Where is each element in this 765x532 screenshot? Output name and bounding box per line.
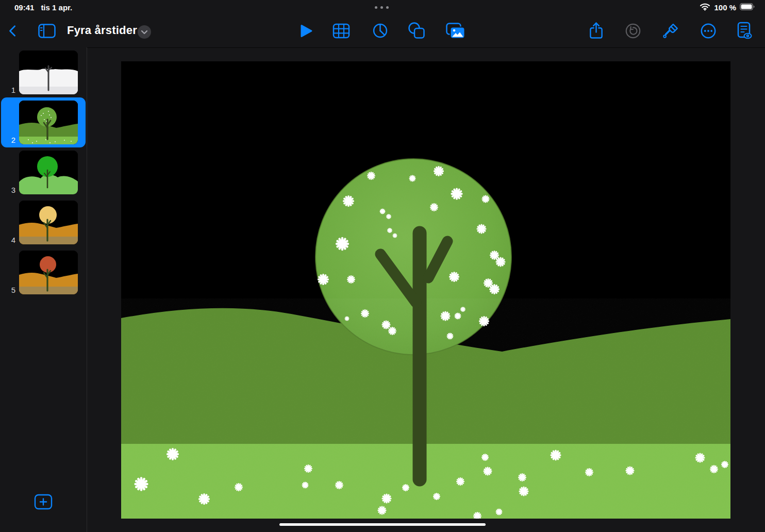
home-indicator[interactable] — [279, 523, 486, 526]
slide-number: 2 — [0, 136, 15, 144]
clock: 09:41 — [14, 3, 34, 12]
ellipsis-circle-icon — [700, 23, 717, 41]
insert-shape-button[interactable] — [405, 20, 428, 43]
toolbar: Fyra årstider — [0, 15, 765, 48]
presenter-notes-button[interactable] — [733, 20, 756, 43]
undo-button[interactable] — [622, 20, 644, 43]
slide-canvas[interactable] — [121, 61, 730, 519]
slide-thumbnail-2[interactable] — [19, 101, 78, 144]
slide-number: 5 — [0, 286, 15, 294]
status-date: tis 1 apr. — [41, 3, 72, 12]
slide-thumbnail-5[interactable] — [19, 251, 78, 294]
multitasking-dots-indicator[interactable] — [375, 6, 389, 9]
share-icon — [589, 22, 604, 41]
share-button[interactable] — [585, 20, 607, 43]
format-brush-icon — [662, 22, 679, 41]
slide-navigator-panel: 12345 — [0, 47, 87, 532]
insert-media-button[interactable] — [444, 20, 467, 43]
play-icon — [300, 24, 313, 40]
play-presentation-button[interactable] — [295, 20, 318, 43]
pie-chart-icon — [372, 23, 388, 40]
plus-icon — [34, 504, 53, 511]
slide-row-4[interactable]: 4 — [0, 201, 87, 244]
slide-number: 3 — [0, 186, 15, 194]
format-button[interactable] — [659, 20, 682, 43]
slide-navigator-icon — [38, 24, 56, 40]
wifi-icon — [700, 3, 710, 12]
slide-list: 12345 — [0, 47, 87, 294]
slide-thumbnail-4[interactable] — [19, 201, 78, 244]
shapes-icon — [408, 22, 425, 41]
back-chevron-icon — [7, 24, 19, 40]
slide-thumbnail-1[interactable] — [19, 51, 78, 94]
chevron-down-icon — [141, 28, 148, 36]
document-title[interactable]: Fyra årstider — [67, 24, 137, 37]
slide-number: 1 — [0, 86, 15, 94]
undo-icon — [624, 22, 642, 41]
slide-row-1[interactable]: 1 — [0, 51, 87, 94]
insert-chart-button[interactable] — [369, 20, 391, 43]
more-options-button[interactable] — [697, 20, 720, 43]
insert-table-button[interactable] — [330, 20, 353, 43]
photos-icon — [446, 23, 465, 41]
table-icon — [332, 23, 350, 40]
slide-row-3[interactable]: 3 — [0, 151, 87, 194]
slide-thumbnail-3[interactable] — [19, 151, 78, 194]
keynote-app-window: 09:41 tis 1 apr. 100 % — [0, 0, 765, 532]
battery-icon — [740, 3, 755, 12]
notes-eye-icon — [737, 22, 753, 41]
back-button[interactable] — [2, 20, 24, 43]
slide-row-5[interactable]: 5 — [0, 251, 87, 294]
status-bar: 09:41 tis 1 apr. 100 % — [0, 0, 765, 15]
slide-row-2[interactable]: 2 — [0, 101, 87, 144]
slide-number: 4 — [0, 236, 15, 244]
add-slide-button[interactable] — [34, 494, 53, 510]
canvas-area — [87, 47, 765, 532]
slide-navigator-button[interactable] — [36, 20, 58, 43]
battery-percentage: 100 % — [714, 3, 736, 12]
document-menu-button[interactable] — [138, 25, 151, 39]
